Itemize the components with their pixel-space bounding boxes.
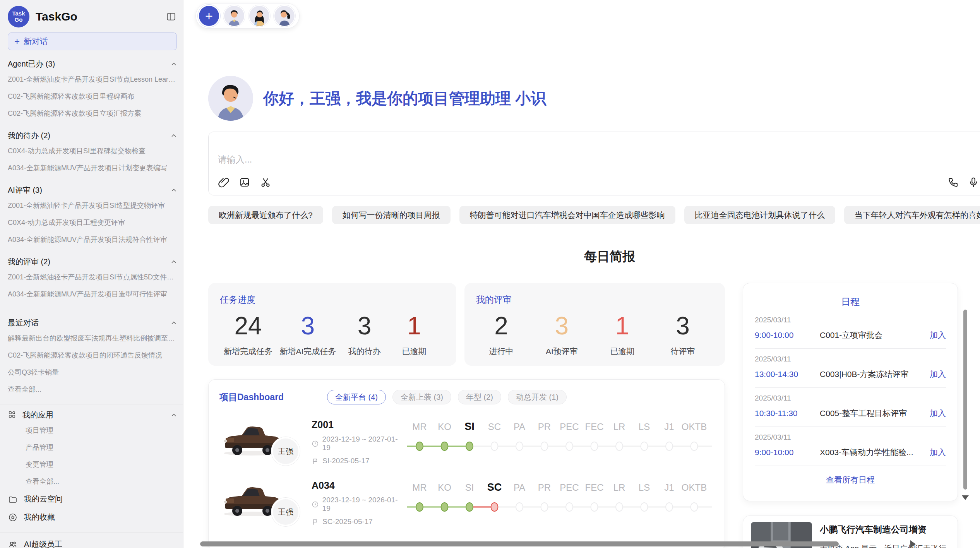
- microphone-icon[interactable]: [968, 176, 979, 188]
- suggestion-chip[interactable]: 当下年轻人对汽车外观有怎样的喜好趋势: [844, 206, 980, 224]
- recent-chat-item[interactable]: C02-飞腾新能源轻客改款项目的闭环通告反馈情况: [8, 347, 177, 364]
- dashboard-tab[interactable]: 动总开发 (1): [508, 390, 567, 404]
- stat-label: 待评审: [661, 346, 704, 357]
- section-title: 我的评审 (2): [8, 257, 171, 267]
- horizontal-scrollbar[interactable]: [200, 541, 839, 546]
- suggestion-chip[interactable]: 特朗普可能对进口汽车增税会对中国车企造成哪些影响: [459, 206, 675, 224]
- content: 你好，王强，我是你的项目管理助理 小识 请输入... 欧洲新规最近颁布了什么?如…: [183, 76, 980, 548]
- vertical-scrollbar[interactable]: [963, 310, 967, 490]
- recent-chat-item[interactable]: 公司Q3轻卡销量: [8, 364, 177, 381]
- dashboard-tab[interactable]: 全新平台 (4): [327, 390, 386, 404]
- sidebar-item-cloud-space[interactable]: 我的云空间: [8, 490, 177, 508]
- join-link[interactable]: 加入: [930, 330, 946, 341]
- project-code: A034: [312, 480, 404, 491]
- chevron-up-icon: [171, 259, 177, 265]
- section-title: 我的待办 (2): [8, 130, 171, 141]
- sidebar-task-item[interactable]: A034-全新新能源MUV产品开发项目造型可行性评审: [8, 286, 177, 303]
- sidebar-task-item[interactable]: C02-飞腾新能源轻客改款项目立项汇报方案: [8, 105, 177, 122]
- schedule-row: 10:30-11:30C005-整车工程目标评审加入: [755, 408, 946, 419]
- stat-item: 3新增AI完成任务: [279, 308, 336, 357]
- stat-card-title: 任务进度: [220, 294, 441, 306]
- project-code: Z001: [312, 419, 404, 430]
- chat-input[interactable]: 请输入...: [208, 132, 980, 195]
- stat-columns: 2进行中3AI预评审1已逾期3待评审: [476, 308, 709, 357]
- sidebar-tool-AI超级员工[interactable]: AI超级员工: [8, 535, 177, 548]
- scroll-right-arrow-icon[interactable]: [910, 540, 916, 548]
- schedule-time: 9:00-10:00: [755, 448, 813, 457]
- join-link[interactable]: 加入: [930, 447, 946, 458]
- chevron-up-icon: [171, 320, 177, 326]
- project-meta: A0342023-12-19 ~ 2026-01-19SC-2025-05-17: [312, 478, 404, 526]
- sidebar-task-item[interactable]: A034-全新新能源MUV产品开发项目法规符合性评审: [8, 231, 177, 248]
- svg-text:PEC: PEC: [560, 421, 579, 432]
- news-body: 天眼查 App 显示，近日广州汇天飞行汽...: [820, 543, 950, 548]
- sidebar-app-item[interactable]: 产品管理: [8, 439, 177, 456]
- join-link[interactable]: 加入: [930, 408, 946, 419]
- flag-label: SC-2025-05-17: [322, 517, 373, 526]
- suggestion-chip[interactable]: 如何写一份清晰的项目周报: [332, 206, 451, 224]
- avatar-3[interactable]: [274, 6, 295, 26]
- sidebar-app-item[interactable]: 项目管理: [8, 422, 177, 439]
- suggestion-chip[interactable]: 比亚迪全固态电池计划具体说了什么: [684, 206, 835, 224]
- stat-value: 3: [540, 308, 583, 344]
- stat-label: 我的待办: [343, 346, 386, 357]
- section-header[interactable]: 我的评审 (2): [8, 257, 177, 267]
- sidebar: Task Go TaskGo + 新对话 Agent已办 (3)Z001-全新燃…: [0, 0, 183, 548]
- attach-icon[interactable]: [218, 176, 230, 188]
- favorites-label: 我的收藏: [24, 512, 55, 522]
- phone-icon[interactable]: [947, 176, 959, 188]
- stat-value: 1: [393, 308, 435, 344]
- schedule-row: 13:00-14:30C003|H0B-方案冻结评审加入: [755, 369, 946, 380]
- sidebar-task-item[interactable]: Z001-全新燃油轻卡产品开发项目SI节点属性5D文件评审: [8, 269, 177, 286]
- join-link[interactable]: 加入: [930, 369, 946, 380]
- chevron-up-icon: [171, 133, 177, 139]
- add-conversation-button[interactable]: +: [199, 6, 219, 26]
- sidebar-item-favorites[interactable]: 我的收藏: [8, 508, 177, 526]
- schedule-event-title: C001-立项审批会: [820, 330, 925, 341]
- people-icon: [8, 540, 18, 548]
- svg-text:LR: LR: [613, 482, 625, 493]
- sidebar-task-item[interactable]: Z001-全新燃油皮卡产品开发项目SI节点Lesson Learn报告: [8, 71, 177, 88]
- sidebar-task-item[interactable]: C02-飞腾新能源轻客改款项目里程碑画布: [8, 88, 177, 105]
- stat-label: AI预评审: [540, 346, 583, 357]
- news-text: 小鹏飞行汽车制造公司增资 天眼查 App 显示，近日广州汇天飞行汽...: [820, 522, 950, 548]
- section-header[interactable]: 我的待办 (2): [8, 130, 177, 141]
- section-header[interactable]: AI评审 (3): [8, 185, 177, 195]
- sidebar-task-item[interactable]: Z001-全新燃油轻卡产品开发项目SI造型提交物评审: [8, 197, 177, 214]
- sidebar-task-item[interactable]: C0X4-动力总成开发项目工程变更评审: [8, 214, 177, 231]
- plus-icon: +: [14, 36, 20, 47]
- image-icon[interactable]: [239, 176, 250, 188]
- sidebar-task-item[interactable]: C0X4-动力总成开发项目SI里程碑提交物检查: [8, 142, 177, 159]
- new-chat-button[interactable]: + 新对话: [8, 33, 177, 50]
- tool-label: AI超级员工: [24, 539, 62, 548]
- suggestion-chip[interactable]: 欧洲新规最近颁布了什么?: [208, 206, 323, 224]
- scissors-icon[interactable]: [260, 176, 271, 188]
- scroll-down-arrow-icon[interactable]: [962, 495, 969, 500]
- my-apps-header[interactable]: 我的应用: [8, 410, 177, 420]
- schedule-card: 日程 2025/03/119:00-10:00C001-立项审批会加入2025/…: [743, 283, 958, 501]
- svg-text:MR: MR: [412, 421, 427, 432]
- recent-chats-header[interactable]: 最近对话: [8, 318, 177, 328]
- svg-text:J1: J1: [664, 421, 674, 432]
- sidebar-app-item[interactable]: 变更管理: [8, 456, 177, 473]
- section-header[interactable]: Agent已办 (3): [8, 59, 177, 69]
- stat-item: 3待评审: [661, 308, 704, 357]
- avatar-2[interactable]: [249, 6, 269, 26]
- sidebar-task-item[interactable]: A034-全新新能源MUV产品开发项目计划变更表编写: [8, 159, 177, 176]
- view-all-apps-link[interactable]: 查看全部...: [8, 473, 177, 490]
- dashboard-tab[interactable]: 年型 (2): [458, 390, 501, 404]
- milestones: MRKOSISCPAPRPECFECLRLSJ1OKTB: [404, 418, 714, 461]
- project-row[interactable]: 王强A0342023-12-19 ~ 2026-01-19SC-2025-05-…: [219, 478, 714, 526]
- dashboard-tab[interactable]: 全新上装 (3): [392, 390, 451, 404]
- stat-item: 24新增完成任务: [224, 308, 272, 357]
- view-all-chats-link[interactable]: 查看全部...: [8, 381, 177, 398]
- avatar-1[interactable]: [224, 6, 244, 26]
- collapse-sidebar-icon[interactable]: [165, 11, 177, 22]
- apps-grid-icon: [8, 410, 16, 420]
- project-row[interactable]: 王强Z0012023-12-19 ~ 2027-01-19SI-2025-05-…: [219, 418, 714, 465]
- recent-chat-item[interactable]: 解释最新出台的欧盟报废车法规再生塑料比例被调至15%...: [8, 330, 177, 347]
- schedule-event-title: X003-车辆动力学性能验...: [820, 447, 925, 458]
- project-dates: 2023-12-19 ~ 2026-01-19: [312, 496, 404, 513]
- clock-icon: [312, 501, 319, 508]
- view-all-schedule-link[interactable]: 查看所有日程: [755, 466, 946, 489]
